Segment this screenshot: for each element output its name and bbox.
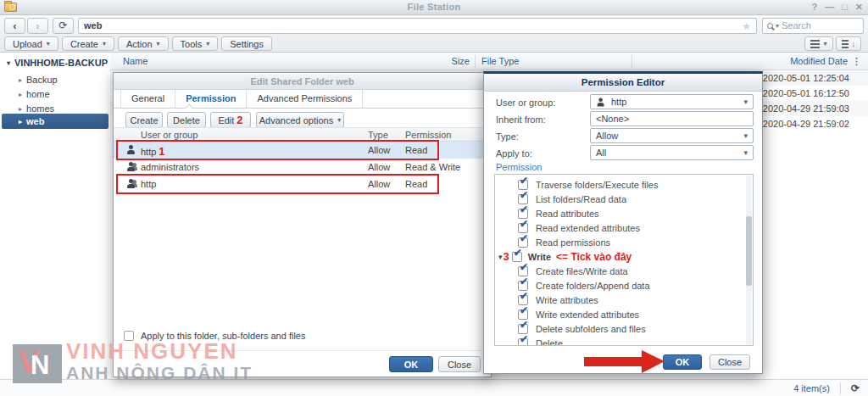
maximize-icon[interactable]: □ <box>842 2 848 13</box>
scrollbar-track[interactable] <box>746 176 752 344</box>
field-user-or-group: User or group: http ▾ <box>496 94 754 109</box>
column-user-or-group[interactable]: User or group <box>141 130 198 140</box>
apply-to-subfolders-row: Apply to this folder, sub-folders and fi… <box>124 331 305 341</box>
forward-button[interactable]: › <box>27 18 48 34</box>
address-bar: ★ <box>78 18 757 34</box>
refresh-icon: ⟳ <box>58 20 67 31</box>
column-header-modified-date[interactable]: Modified Date <box>790 56 848 66</box>
annotation-step1: 1 <box>159 145 164 158</box>
column-header-name[interactable]: Name <box>123 56 147 66</box>
main-toolbar: Upload ▾ Create ▾ Action ▾ Tools ▾ Setti… <box>0 36 868 53</box>
edit-permission-button[interactable]: Edit 2 <box>210 112 251 128</box>
advanced-options-button[interactable]: Advanced options ▾ <box>256 112 344 128</box>
settings-button[interactable]: Settings <box>221 36 272 51</box>
collapsed-triangle-icon[interactable]: ▸ <box>19 118 22 125</box>
check-icon: ✔ <box>514 247 522 259</box>
create-button[interactable]: Create ▾ <box>62 36 114 51</box>
item-count: 4 item(s) <box>793 383 830 393</box>
checkbox-delete-subfolders[interactable]: ✔ Delete subfolders and files <box>495 321 753 336</box>
tools-button[interactable]: Tools ▾ <box>172 36 219 51</box>
window-title: File Station <box>0 2 868 12</box>
collapse-triangle-icon[interactable]: ▾ <box>498 253 503 261</box>
chevron-down-icon: ▾ <box>157 40 160 47</box>
permission-row-http-user[interactable]: http1 Allow Read <box>114 142 491 159</box>
chevron-down-icon: ▾ <box>743 148 748 157</box>
sidebar-item-homes[interactable]: ▸ homes <box>19 103 54 114</box>
annotation-step3: 3 <box>504 250 509 263</box>
create-permission-button[interactable]: Create <box>125 112 163 128</box>
close-icon[interactable]: ✕ <box>855 2 863 13</box>
tab-general[interactable]: General <box>120 90 175 108</box>
address-input[interactable] <box>79 20 756 32</box>
checkbox-write[interactable]: ▾ 3 ✔ Write <= Tick vào đây <box>495 249 753 264</box>
checkbox-read-extended-attributes[interactable]: ✔ Read extended attributes <box>495 220 753 235</box>
checkbox-read-permissions[interactable]: ✔ Read permissions <box>495 235 753 249</box>
checkbox-create-files[interactable]: ✔ Create files/Write data <box>495 264 753 278</box>
collapsed-triangle-icon[interactable]: ▸ <box>19 76 22 84</box>
view-mode-button[interactable]: ▾ <box>804 36 832 51</box>
user-or-group-dropdown[interactable]: http ▾ <box>590 94 754 109</box>
permission-row-administrators[interactable]: administrators Allow Read & Write <box>114 159 491 176</box>
sidebar-item-home[interactable]: ▸ home <box>19 88 50 100</box>
sidebar-item-backup[interactable]: ▸ Backup <box>19 74 58 86</box>
permission-editor-ok-button[interactable]: OK <box>663 354 702 370</box>
scrollbar-thumb[interactable] <box>746 216 752 286</box>
column-separator <box>632 55 632 68</box>
favorite-star-icon[interactable]: ★ <box>742 20 751 32</box>
search-icon <box>767 23 773 29</box>
sidebar-item-vinhhome-backup[interactable]: ▾ VINHHOME-BACKUP <box>7 58 108 68</box>
checkbox-create-folders[interactable]: ✔ Create folders/Append data <box>495 278 753 293</box>
column-type[interactable]: Type <box>368 130 388 140</box>
navigation-bar: ‹ › ⟳ ★ ▾ <box>0 15 868 36</box>
file-list-header: Name Size File Type Modified Date ⋮ <box>110 53 868 70</box>
column-menu-icon[interactable]: ⋮ <box>852 56 861 67</box>
collapsed-triangle-icon[interactable]: ▸ <box>19 105 22 113</box>
delete-permission-button[interactable]: Delete <box>167 112 206 128</box>
permission-editor-dialog: Permission Editor User or group: http ▾ … <box>483 71 763 374</box>
sidebar-item-web-selected[interactable]: ▸ web <box>2 114 108 129</box>
apply-checkbox[interactable] <box>124 331 134 341</box>
chevron-down-icon: ▾ <box>743 98 748 106</box>
column-header-file-type[interactable]: File Type <box>481 56 519 66</box>
edit-dialog-close-button[interactable]: Close <box>438 356 481 372</box>
inherit-from-input[interactable]: <None> <box>590 111 754 126</box>
collapsed-triangle-icon[interactable]: ▸ <box>19 91 22 98</box>
action-button[interactable]: Action ▾ <box>118 36 169 51</box>
refresh-icon[interactable]: ⟳ <box>840 382 860 394</box>
checkbox-delete[interactable]: ✔ Delete <box>495 336 753 346</box>
window-titlebar: File Station ? — □ ✕ <box>0 0 868 15</box>
checkbox-read-attributes[interactable]: ✔ Read attributes <box>495 206 753 220</box>
tab-advanced-permissions[interactable]: Advanced Permissions <box>247 90 363 108</box>
back-button[interactable]: ‹ <box>4 18 25 34</box>
checkbox-list-folders[interactable]: ✔ List folders/Read data <box>495 192 753 206</box>
help-icon[interactable]: ? <box>811 2 817 13</box>
check-icon: ✔ <box>520 175 528 187</box>
upload-button[interactable]: Upload ▾ <box>4 36 58 51</box>
annotation-write-note: <= Tick vào đây <box>556 251 632 263</box>
expanded-triangle-icon[interactable]: ▾ <box>7 59 10 67</box>
chevron-down-icon: ▾ <box>823 40 826 47</box>
type-dropdown[interactable]: Allow ▾ <box>590 128 754 143</box>
check-icon: ✔ <box>520 189 528 201</box>
sort-button[interactable]: ↓ <box>836 36 862 51</box>
minimize-icon[interactable]: — <box>825 2 834 13</box>
check-icon: ✔ <box>520 276 528 287</box>
checkbox-traverse-folders[interactable]: ✔ Traverse folders/Execute files <box>495 177 753 192</box>
checkbox-write-extended-attributes[interactable]: ✔ Write extended attributes <box>495 307 753 321</box>
field-inherit-from: Inherit from: <None> <box>496 111 754 126</box>
edit-dialog-ok-button[interactable]: OK <box>389 356 433 372</box>
column-permission[interactable]: Permission <box>405 130 451 140</box>
search-box: ▾ <box>762 18 864 34</box>
search-options-caret-icon[interactable]: ▾ <box>776 22 779 30</box>
check-icon: ✔ <box>520 290 528 302</box>
permission-editor-close-button[interactable]: Close <box>709 354 750 370</box>
list-view-icon <box>810 43 820 45</box>
column-header-size[interactable]: Size <box>452 56 470 66</box>
refresh-button[interactable]: ⟳ <box>53 18 74 34</box>
apply-checkbox-label: Apply to this folder, sub-folders and fi… <box>141 331 305 341</box>
checkbox-write-attributes[interactable]: ✔ Write attributes <box>495 293 753 307</box>
search-input[interactable] <box>782 20 841 31</box>
apply-to-dropdown[interactable]: All ▾ <box>590 145 754 160</box>
permission-row-http-group[interactable]: http Allow Read <box>114 176 491 192</box>
tab-permission[interactable]: Permission <box>175 90 247 108</box>
